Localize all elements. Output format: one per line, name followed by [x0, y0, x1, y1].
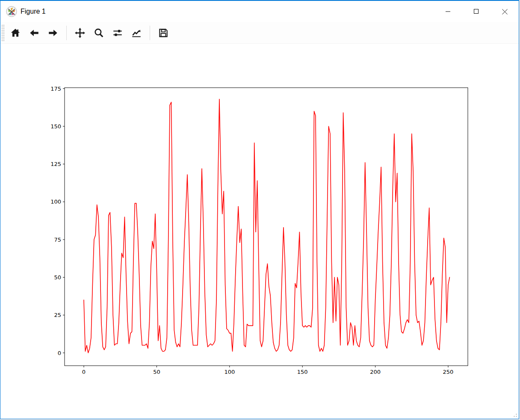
svg-text:0: 0	[82, 369, 86, 375]
figure-window: Figure 1	[0, 0, 519, 419]
line-plot: 0501001502002500255075100125150175	[0, 44, 519, 419]
title-bar[interactable]: Figure 1	[0, 1, 519, 22]
svg-text:150: 150	[50, 123, 61, 130]
matplotlib-logo-icon	[6, 6, 17, 17]
line-chart-icon	[131, 27, 142, 38]
close-button[interactable]	[490, 1, 519, 22]
sliders-icon	[112, 27, 123, 38]
toolbar-separator	[150, 26, 150, 40]
close-icon	[502, 9, 508, 15]
minimize-icon	[446, 9, 451, 14]
svg-text:50: 50	[153, 369, 160, 375]
svg-text:25: 25	[54, 312, 61, 318]
home-icon	[10, 27, 21, 38]
toolbar-grip[interactable]	[1, 24, 4, 41]
maximize-icon	[474, 9, 479, 14]
configure-subplots-button[interactable]	[109, 24, 126, 41]
svg-text:100: 100	[50, 198, 61, 205]
svg-text:125: 125	[50, 161, 61, 167]
toolbar-separator	[66, 26, 67, 40]
forward-button[interactable]	[44, 24, 62, 41]
svg-text:75: 75	[54, 237, 61, 243]
pan-button[interactable]	[71, 24, 89, 41]
maximize-button[interactable]	[462, 1, 490, 22]
svg-text:250: 250	[443, 369, 454, 375]
magnifier-icon	[93, 27, 104, 38]
zoom-button[interactable]	[90, 24, 107, 41]
minimize-button[interactable]	[434, 1, 462, 22]
svg-text:0: 0	[58, 350, 61, 356]
arrow-right-icon	[47, 27, 59, 38]
svg-text:200: 200	[370, 369, 381, 375]
navigation-toolbar	[0, 22, 519, 44]
svg-text:50: 50	[54, 274, 61, 281]
edit-axes-button[interactable]	[128, 24, 145, 41]
svg-text:150: 150	[297, 369, 308, 375]
arrow-left-icon	[29, 27, 40, 38]
move-cross-icon	[74, 27, 86, 38]
home-button[interactable]	[7, 24, 24, 41]
svg-text:175: 175	[50, 86, 61, 92]
back-button[interactable]	[26, 24, 43, 41]
svg-text:100: 100	[224, 369, 235, 375]
save-button[interactable]	[155, 24, 172, 41]
floppy-disk-icon	[158, 27, 169, 38]
window-title: Figure 1	[21, 8, 46, 15]
figure-canvas[interactable]: 0501001502002500255075100125150175	[0, 44, 519, 419]
